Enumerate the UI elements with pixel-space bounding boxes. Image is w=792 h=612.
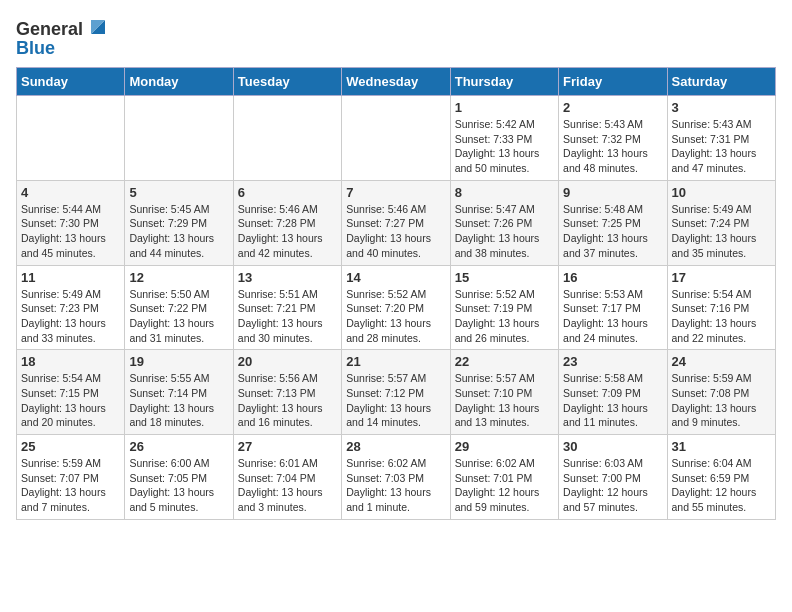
day-number: 1 — [455, 100, 554, 115]
day-number: 3 — [672, 100, 771, 115]
calendar-cell — [125, 96, 233, 181]
calendar-cell: 18Sunrise: 5:54 AM Sunset: 7:15 PM Dayli… — [17, 350, 125, 435]
day-number: 17 — [672, 270, 771, 285]
calendar-cell — [233, 96, 341, 181]
day-number: 10 — [672, 185, 771, 200]
calendar-cell: 4Sunrise: 5:44 AM Sunset: 7:30 PM Daylig… — [17, 180, 125, 265]
weekday-header-sunday: Sunday — [17, 68, 125, 96]
day-info: Sunrise: 5:43 AM Sunset: 7:32 PM Dayligh… — [563, 117, 662, 176]
day-number: 8 — [455, 185, 554, 200]
page-header: General Blue — [16, 16, 776, 59]
day-number: 25 — [21, 439, 120, 454]
day-number: 6 — [238, 185, 337, 200]
day-info: Sunrise: 5:49 AM Sunset: 7:23 PM Dayligh… — [21, 287, 120, 346]
day-number: 15 — [455, 270, 554, 285]
day-info: Sunrise: 6:01 AM Sunset: 7:04 PM Dayligh… — [238, 456, 337, 515]
day-info: Sunrise: 5:57 AM Sunset: 7:10 PM Dayligh… — [455, 371, 554, 430]
weekday-header-thursday: Thursday — [450, 68, 558, 96]
day-info: Sunrise: 5:48 AM Sunset: 7:25 PM Dayligh… — [563, 202, 662, 261]
day-info: Sunrise: 6:00 AM Sunset: 7:05 PM Dayligh… — [129, 456, 228, 515]
day-number: 22 — [455, 354, 554, 369]
calendar-cell: 17Sunrise: 5:54 AM Sunset: 7:16 PM Dayli… — [667, 265, 775, 350]
calendar-cell: 30Sunrise: 6:03 AM Sunset: 7:00 PM Dayli… — [559, 435, 667, 520]
day-info: Sunrise: 6:03 AM Sunset: 7:00 PM Dayligh… — [563, 456, 662, 515]
day-info: Sunrise: 5:55 AM Sunset: 7:14 PM Dayligh… — [129, 371, 228, 430]
weekday-header-wednesday: Wednesday — [342, 68, 450, 96]
day-info: Sunrise: 6:02 AM Sunset: 7:03 PM Dayligh… — [346, 456, 445, 515]
day-info: Sunrise: 5:58 AM Sunset: 7:09 PM Dayligh… — [563, 371, 662, 430]
calendar-cell: 21Sunrise: 5:57 AM Sunset: 7:12 PM Dayli… — [342, 350, 450, 435]
day-number: 31 — [672, 439, 771, 454]
day-number: 2 — [563, 100, 662, 115]
calendar-cell: 24Sunrise: 5:59 AM Sunset: 7:08 PM Dayli… — [667, 350, 775, 435]
calendar-cell: 20Sunrise: 5:56 AM Sunset: 7:13 PM Dayli… — [233, 350, 341, 435]
logo-general-text: General — [16, 19, 83, 40]
calendar-cell: 28Sunrise: 6:02 AM Sunset: 7:03 PM Dayli… — [342, 435, 450, 520]
weekday-header-monday: Monday — [125, 68, 233, 96]
week-row-1: 1Sunrise: 5:42 AM Sunset: 7:33 PM Daylig… — [17, 96, 776, 181]
day-number: 18 — [21, 354, 120, 369]
calendar-cell: 23Sunrise: 5:58 AM Sunset: 7:09 PM Dayli… — [559, 350, 667, 435]
calendar-cell — [342, 96, 450, 181]
day-number: 4 — [21, 185, 120, 200]
calendar-cell: 19Sunrise: 5:55 AM Sunset: 7:14 PM Dayli… — [125, 350, 233, 435]
day-info: Sunrise: 5:52 AM Sunset: 7:20 PM Dayligh… — [346, 287, 445, 346]
calendar-cell: 29Sunrise: 6:02 AM Sunset: 7:01 PM Dayli… — [450, 435, 558, 520]
calendar-cell: 1Sunrise: 5:42 AM Sunset: 7:33 PM Daylig… — [450, 96, 558, 181]
day-info: Sunrise: 5:44 AM Sunset: 7:30 PM Dayligh… — [21, 202, 120, 261]
day-info: Sunrise: 5:54 AM Sunset: 7:15 PM Dayligh… — [21, 371, 120, 430]
day-info: Sunrise: 5:52 AM Sunset: 7:19 PM Dayligh… — [455, 287, 554, 346]
day-info: Sunrise: 5:53 AM Sunset: 7:17 PM Dayligh… — [563, 287, 662, 346]
day-info: Sunrise: 5:49 AM Sunset: 7:24 PM Dayligh… — [672, 202, 771, 261]
calendar-cell: 13Sunrise: 5:51 AM Sunset: 7:21 PM Dayli… — [233, 265, 341, 350]
calendar-cell: 2Sunrise: 5:43 AM Sunset: 7:32 PM Daylig… — [559, 96, 667, 181]
day-info: Sunrise: 5:51 AM Sunset: 7:21 PM Dayligh… — [238, 287, 337, 346]
week-row-5: 25Sunrise: 5:59 AM Sunset: 7:07 PM Dayli… — [17, 435, 776, 520]
day-number: 26 — [129, 439, 228, 454]
calendar-cell: 15Sunrise: 5:52 AM Sunset: 7:19 PM Dayli… — [450, 265, 558, 350]
weekday-header-tuesday: Tuesday — [233, 68, 341, 96]
weekday-header-friday: Friday — [559, 68, 667, 96]
day-info: Sunrise: 5:43 AM Sunset: 7:31 PM Dayligh… — [672, 117, 771, 176]
calendar-cell: 14Sunrise: 5:52 AM Sunset: 7:20 PM Dayli… — [342, 265, 450, 350]
calendar-cell: 3Sunrise: 5:43 AM Sunset: 7:31 PM Daylig… — [667, 96, 775, 181]
day-info: Sunrise: 6:02 AM Sunset: 7:01 PM Dayligh… — [455, 456, 554, 515]
day-info: Sunrise: 5:46 AM Sunset: 7:28 PM Dayligh… — [238, 202, 337, 261]
calendar-cell: 7Sunrise: 5:46 AM Sunset: 7:27 PM Daylig… — [342, 180, 450, 265]
day-number: 23 — [563, 354, 662, 369]
day-number: 16 — [563, 270, 662, 285]
day-info: Sunrise: 5:46 AM Sunset: 7:27 PM Dayligh… — [346, 202, 445, 261]
day-number: 5 — [129, 185, 228, 200]
logo-triangle-icon — [87, 16, 109, 42]
weekday-header-saturday: Saturday — [667, 68, 775, 96]
day-number: 7 — [346, 185, 445, 200]
day-number: 29 — [455, 439, 554, 454]
day-info: Sunrise: 5:54 AM Sunset: 7:16 PM Dayligh… — [672, 287, 771, 346]
day-number: 28 — [346, 439, 445, 454]
calendar-cell: 9Sunrise: 5:48 AM Sunset: 7:25 PM Daylig… — [559, 180, 667, 265]
calendar-cell: 26Sunrise: 6:00 AM Sunset: 7:05 PM Dayli… — [125, 435, 233, 520]
calendar-cell: 8Sunrise: 5:47 AM Sunset: 7:26 PM Daylig… — [450, 180, 558, 265]
day-number: 12 — [129, 270, 228, 285]
calendar-cell: 12Sunrise: 5:50 AM Sunset: 7:22 PM Dayli… — [125, 265, 233, 350]
day-number: 14 — [346, 270, 445, 285]
calendar-cell: 16Sunrise: 5:53 AM Sunset: 7:17 PM Dayli… — [559, 265, 667, 350]
day-number: 24 — [672, 354, 771, 369]
day-number: 30 — [563, 439, 662, 454]
calendar-cell: 11Sunrise: 5:49 AM Sunset: 7:23 PM Dayli… — [17, 265, 125, 350]
weekday-header-row: SundayMondayTuesdayWednesdayThursdayFrid… — [17, 68, 776, 96]
day-info: Sunrise: 6:04 AM Sunset: 6:59 PM Dayligh… — [672, 456, 771, 515]
week-row-3: 11Sunrise: 5:49 AM Sunset: 7:23 PM Dayli… — [17, 265, 776, 350]
calendar-cell: 5Sunrise: 5:45 AM Sunset: 7:29 PM Daylig… — [125, 180, 233, 265]
day-number: 9 — [563, 185, 662, 200]
calendar-cell — [17, 96, 125, 181]
calendar-cell: 27Sunrise: 6:01 AM Sunset: 7:04 PM Dayli… — [233, 435, 341, 520]
calendar-cell: 22Sunrise: 5:57 AM Sunset: 7:10 PM Dayli… — [450, 350, 558, 435]
logo: General Blue — [16, 16, 109, 59]
day-info: Sunrise: 5:59 AM Sunset: 7:07 PM Dayligh… — [21, 456, 120, 515]
day-info: Sunrise: 5:57 AM Sunset: 7:12 PM Dayligh… — [346, 371, 445, 430]
day-info: Sunrise: 5:47 AM Sunset: 7:26 PM Dayligh… — [455, 202, 554, 261]
day-number: 19 — [129, 354, 228, 369]
logo-blue-text: Blue — [16, 38, 55, 59]
day-info: Sunrise: 5:45 AM Sunset: 7:29 PM Dayligh… — [129, 202, 228, 261]
